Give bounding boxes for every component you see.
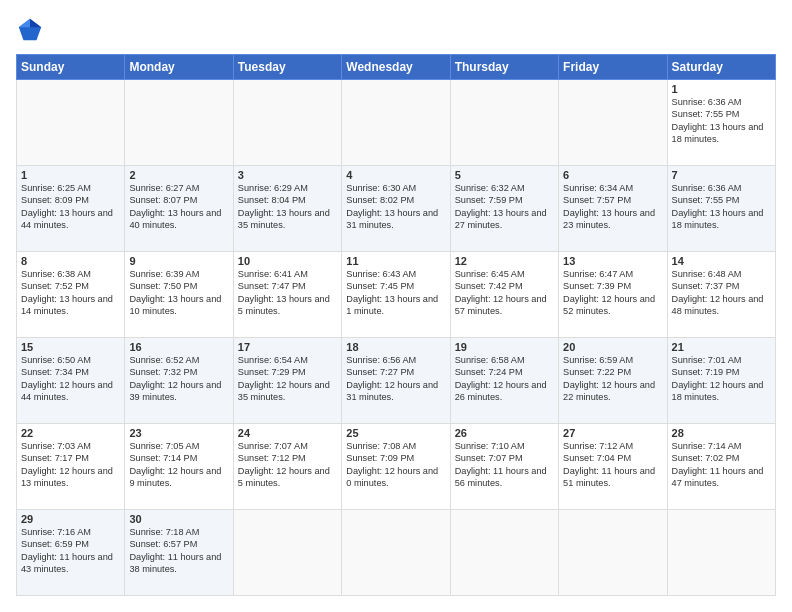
calendar-table: SundayMondayTuesdayWednesdayThursdayFrid… — [16, 54, 776, 596]
cell-info: Sunrise: 7:10 AMSunset: 7:07 PMDaylight:… — [455, 441, 547, 488]
calendar-week-1: 1Sunrise: 6:36 AMSunset: 7:55 PMDaylight… — [17, 80, 776, 166]
day-number: 6 — [563, 169, 662, 181]
calendar-cell — [559, 80, 667, 166]
cell-info: Sunrise: 6:36 AMSunset: 7:55 PMDaylight:… — [672, 97, 764, 144]
day-number: 27 — [563, 427, 662, 439]
calendar-cell: 7Sunrise: 6:36 AMSunset: 7:55 PMDaylight… — [667, 166, 775, 252]
day-number: 1 — [672, 83, 771, 95]
calendar-cell: 18Sunrise: 6:56 AMSunset: 7:27 PMDayligh… — [342, 338, 450, 424]
day-number: 12 — [455, 255, 554, 267]
calendar-cell: 27Sunrise: 7:12 AMSunset: 7:04 PMDayligh… — [559, 424, 667, 510]
calendar-cell: 8Sunrise: 6:38 AMSunset: 7:52 PMDaylight… — [17, 252, 125, 338]
logo-icon — [16, 16, 44, 44]
logo — [16, 16, 48, 44]
calendar-week-3: 8Sunrise: 6:38 AMSunset: 7:52 PMDaylight… — [17, 252, 776, 338]
calendar-cell — [342, 510, 450, 596]
day-number: 5 — [455, 169, 554, 181]
calendar-cell: 4Sunrise: 6:30 AMSunset: 8:02 PMDaylight… — [342, 166, 450, 252]
day-number: 4 — [346, 169, 445, 181]
day-number: 25 — [346, 427, 445, 439]
cell-info: Sunrise: 6:59 AMSunset: 7:22 PMDaylight:… — [563, 355, 655, 402]
cell-info: Sunrise: 7:18 AMSunset: 6:57 PMDaylight:… — [129, 527, 221, 574]
cell-info: Sunrise: 7:12 AMSunset: 7:04 PMDaylight:… — [563, 441, 655, 488]
cell-info: Sunrise: 6:52 AMSunset: 7:32 PMDaylight:… — [129, 355, 221, 402]
cell-info: Sunrise: 6:45 AMSunset: 7:42 PMDaylight:… — [455, 269, 547, 316]
cell-info: Sunrise: 7:14 AMSunset: 7:02 PMDaylight:… — [672, 441, 764, 488]
calendar-cell: 25Sunrise: 7:08 AMSunset: 7:09 PMDayligh… — [342, 424, 450, 510]
calendar-cell: 3Sunrise: 6:29 AMSunset: 8:04 PMDaylight… — [233, 166, 341, 252]
calendar-cell: 23Sunrise: 7:05 AMSunset: 7:14 PMDayligh… — [125, 424, 233, 510]
day-number: 29 — [21, 513, 120, 525]
cell-info: Sunrise: 6:48 AMSunset: 7:37 PMDaylight:… — [672, 269, 764, 316]
calendar-cell: 15Sunrise: 6:50 AMSunset: 7:34 PMDayligh… — [17, 338, 125, 424]
day-number: 22 — [21, 427, 120, 439]
cell-info: Sunrise: 6:43 AMSunset: 7:45 PMDaylight:… — [346, 269, 438, 316]
calendar-cell — [233, 80, 341, 166]
cell-info: Sunrise: 6:29 AMSunset: 8:04 PMDaylight:… — [238, 183, 330, 230]
page: SundayMondayTuesdayWednesdayThursdayFrid… — [0, 0, 792, 612]
cell-info: Sunrise: 7:16 AMSunset: 6:59 PMDaylight:… — [21, 527, 113, 574]
calendar-cell: 24Sunrise: 7:07 AMSunset: 7:12 PMDayligh… — [233, 424, 341, 510]
calendar-cell — [450, 80, 558, 166]
calendar-cell: 13Sunrise: 6:47 AMSunset: 7:39 PMDayligh… — [559, 252, 667, 338]
cell-info: Sunrise: 7:01 AMSunset: 7:19 PMDaylight:… — [672, 355, 764, 402]
calendar-week-4: 15Sunrise: 6:50 AMSunset: 7:34 PMDayligh… — [17, 338, 776, 424]
header — [16, 16, 776, 44]
day-number: 10 — [238, 255, 337, 267]
day-header-friday: Friday — [559, 55, 667, 80]
calendar-cell: 6Sunrise: 6:34 AMSunset: 7:57 PMDaylight… — [559, 166, 667, 252]
calendar-cell: 21Sunrise: 7:01 AMSunset: 7:19 PMDayligh… — [667, 338, 775, 424]
day-number: 17 — [238, 341, 337, 353]
cell-info: Sunrise: 6:32 AMSunset: 7:59 PMDaylight:… — [455, 183, 547, 230]
calendar-cell — [233, 510, 341, 596]
cell-info: Sunrise: 6:36 AMSunset: 7:55 PMDaylight:… — [672, 183, 764, 230]
calendar-cell: 29Sunrise: 7:16 AMSunset: 6:59 PMDayligh… — [17, 510, 125, 596]
calendar-cell: 26Sunrise: 7:10 AMSunset: 7:07 PMDayligh… — [450, 424, 558, 510]
calendar-cell: 17Sunrise: 6:54 AMSunset: 7:29 PMDayligh… — [233, 338, 341, 424]
cell-info: Sunrise: 7:03 AMSunset: 7:17 PMDaylight:… — [21, 441, 113, 488]
cell-info: Sunrise: 6:41 AMSunset: 7:47 PMDaylight:… — [238, 269, 330, 316]
calendar-cell: 28Sunrise: 7:14 AMSunset: 7:02 PMDayligh… — [667, 424, 775, 510]
day-number: 13 — [563, 255, 662, 267]
day-number: 1 — [21, 169, 120, 181]
calendar-cell — [17, 80, 125, 166]
day-number: 7 — [672, 169, 771, 181]
day-number: 20 — [563, 341, 662, 353]
svg-marker-1 — [30, 19, 41, 27]
calendar-cell: 14Sunrise: 6:48 AMSunset: 7:37 PMDayligh… — [667, 252, 775, 338]
calendar-cell: 5Sunrise: 6:32 AMSunset: 7:59 PMDaylight… — [450, 166, 558, 252]
day-header-monday: Monday — [125, 55, 233, 80]
cell-info: Sunrise: 6:54 AMSunset: 7:29 PMDaylight:… — [238, 355, 330, 402]
day-number: 14 — [672, 255, 771, 267]
svg-marker-2 — [19, 19, 30, 27]
day-number: 26 — [455, 427, 554, 439]
cell-info: Sunrise: 6:58 AMSunset: 7:24 PMDaylight:… — [455, 355, 547, 402]
calendar-cell: 30Sunrise: 7:18 AMSunset: 6:57 PMDayligh… — [125, 510, 233, 596]
cell-info: Sunrise: 6:50 AMSunset: 7:34 PMDaylight:… — [21, 355, 113, 402]
day-number: 8 — [21, 255, 120, 267]
cell-info: Sunrise: 7:08 AMSunset: 7:09 PMDaylight:… — [346, 441, 438, 488]
day-number: 9 — [129, 255, 228, 267]
day-number: 30 — [129, 513, 228, 525]
cell-info: Sunrise: 6:25 AMSunset: 8:09 PMDaylight:… — [21, 183, 113, 230]
calendar-week-6: 29Sunrise: 7:16 AMSunset: 6:59 PMDayligh… — [17, 510, 776, 596]
day-number: 2 — [129, 169, 228, 181]
day-number: 19 — [455, 341, 554, 353]
day-number: 18 — [346, 341, 445, 353]
calendar-week-5: 22Sunrise: 7:03 AMSunset: 7:17 PMDayligh… — [17, 424, 776, 510]
day-number: 15 — [21, 341, 120, 353]
calendar-cell: 10Sunrise: 6:41 AMSunset: 7:47 PMDayligh… — [233, 252, 341, 338]
cell-info: Sunrise: 6:30 AMSunset: 8:02 PMDaylight:… — [346, 183, 438, 230]
day-number: 3 — [238, 169, 337, 181]
cell-info: Sunrise: 6:34 AMSunset: 7:57 PMDaylight:… — [563, 183, 655, 230]
day-header-wednesday: Wednesday — [342, 55, 450, 80]
calendar-header-row: SundayMondayTuesdayWednesdayThursdayFrid… — [17, 55, 776, 80]
day-number: 28 — [672, 427, 771, 439]
calendar-cell: 11Sunrise: 6:43 AMSunset: 7:45 PMDayligh… — [342, 252, 450, 338]
calendar-cell — [125, 80, 233, 166]
day-header-tuesday: Tuesday — [233, 55, 341, 80]
cell-info: Sunrise: 6:39 AMSunset: 7:50 PMDaylight:… — [129, 269, 221, 316]
calendar-cell: 9Sunrise: 6:39 AMSunset: 7:50 PMDaylight… — [125, 252, 233, 338]
calendar-cell: 2Sunrise: 6:27 AMSunset: 8:07 PMDaylight… — [125, 166, 233, 252]
day-header-thursday: Thursday — [450, 55, 558, 80]
